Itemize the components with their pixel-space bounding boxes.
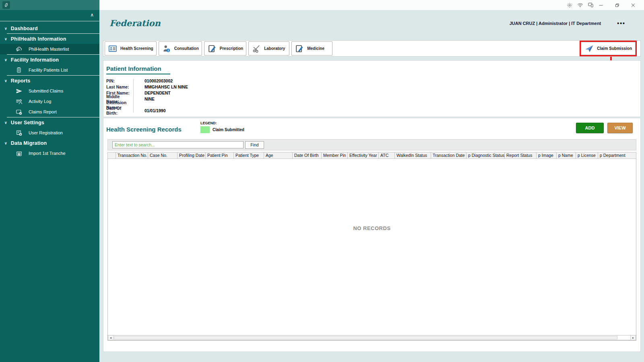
column-header-date-of-birth[interactable]: Date Of Birth [293, 152, 322, 159]
card-plus-icon [15, 129, 23, 136]
sidebar-item-label: Facility Patients List [29, 68, 68, 72]
id-card-icon [108, 44, 118, 53]
tab-consultation[interactable]: Consultation [159, 41, 202, 56]
field-value: 01/01/1990 [133, 108, 166, 113]
claim-submission-highlight-box: Claim Submission [580, 41, 637, 56]
tab-label: Medicine [307, 46, 324, 51]
add-button[interactable]: ADD [576, 123, 604, 133]
sidebar-item-label: Claims Report [29, 109, 57, 114]
tab-label: Prescription [220, 46, 243, 51]
patient-information-panel: Patient Information PIN:010002003002Last… [103, 60, 641, 117]
sidebar-section-user-settings[interactable]: ∨User Settings [0, 117, 99, 128]
view-button[interactable]: VIEW [607, 123, 633, 133]
overflow-menu-button[interactable]: ••• [617, 20, 625, 27]
minimize-button[interactable] [596, 0, 606, 10]
card-check-icon [15, 108, 23, 115]
scrollbar-thumb[interactable] [114, 336, 617, 339]
sidebar-section-dashboard[interactable]: ∨Dashboard [0, 23, 99, 33]
scroll-right-arrow-icon[interactable]: ▸ [630, 335, 636, 340]
field-value: DEPENDENT [133, 90, 171, 95]
column-header-p-name[interactable]: p Name [557, 152, 576, 159]
tab-health-screening[interactable]: Health Screening [105, 41, 157, 56]
sidebar-item-submitted-claims[interactable]: Submitted Claims [0, 86, 99, 96]
settings-icon [567, 2, 572, 8]
window-titlebar [99, 0, 644, 10]
module-tabs: Health ScreeningConsultationPrescription… [105, 41, 334, 56]
field-value: MMGHAHSC LN NINE [133, 84, 188, 89]
patient-fields: PIN:010002003002Last Name:MMGHAHSC LN NI… [106, 78, 640, 114]
claim-submission-label: Claim Submission [597, 46, 632, 51]
sidebar-item-user-registration[interactable]: User Registration [0, 128, 99, 138]
legend-label: LEGEND: [200, 121, 244, 125]
column-header-profiling-date[interactable]: Profiling Date [178, 152, 206, 159]
paper-plane-icon [584, 44, 594, 53]
wifi-icon [577, 2, 583, 8]
column-header-patient-type[interactable]: Patient Type [234, 152, 264, 159]
horizontal-scrollbar: ◂ ▸ [108, 335, 636, 340]
find-button[interactable]: Find [245, 141, 264, 149]
column-header-effectivity-year[interactable]: Effectivity Year [348, 152, 379, 159]
sidebar-item-label: Submitted Claims [29, 88, 63, 93]
column-header-p-image[interactable]: p Image [537, 152, 557, 159]
devices-button[interactable] [585, 0, 596, 10]
column-header-case-no[interactable]: Case No. [148, 152, 178, 159]
chevron-down-icon: ∨ [4, 121, 7, 125]
column-header-member-pin[interactable]: Member Pin [322, 152, 348, 159]
column-header-empty[interactable] [108, 152, 116, 159]
tab-laboratory[interactable]: Laboratory [248, 41, 289, 56]
sidebar-item-claims-report[interactable]: Claims Report [0, 107, 99, 117]
scissors-icon [252, 44, 261, 53]
patient-field-middle-name: Middle Name:NINE [106, 96, 640, 102]
sidebar-section-reports[interactable]: ∨Reports [0, 76, 99, 86]
sidebar-nav: ∨Dashboard∨PhilHealth InformationPhilHea… [0, 21, 99, 158]
restore-icon [614, 2, 620, 8]
tab-medicine[interactable]: Medicine [291, 41, 332, 56]
sidebar-item-philhealth-masterlist[interactable]: PhilHealth Masterlist [0, 44, 99, 54]
settings-button[interactable] [564, 0, 575, 10]
sidebar-item-facility-patients-list[interactable]: Facility Patients List [0, 65, 99, 75]
sidebar-collapse-row: ∧ [0, 10, 99, 21]
column-header-walkedin-status[interactable]: WalkedIn Status [395, 152, 431, 159]
wifi-button[interactable] [575, 0, 585, 10]
column-header-transaction-no[interactable]: Transaction No. [116, 152, 148, 159]
claim-submitted-color-swatch [200, 126, 210, 133]
sidebar-item-import-1st-tranche[interactable]: Import 1st Tranche [0, 148, 99, 158]
sidebar-top-strip [0, 0, 99, 10]
close-icon [630, 2, 636, 8]
field-value: 010002003002 [133, 78, 173, 83]
chevron-down-icon: ∨ [4, 37, 7, 41]
app-logo [2, 1, 10, 9]
scrollbar-track[interactable] [114, 335, 630, 340]
column-header-transaction-date[interactable]: Transaction Date [431, 152, 466, 159]
table-body: NO RECORDS ◂ ▸ [107, 159, 636, 341]
tab-prescription[interactable]: Prescription [204, 41, 246, 56]
field-label: PIN: [106, 78, 133, 83]
close-button[interactable] [628, 0, 638, 10]
column-header-atc[interactable]: ATC [379, 152, 395, 159]
claim-submission-button[interactable]: Claim Submission [581, 42, 636, 55]
column-header-p-license[interactable]: p License [576, 152, 598, 159]
search-bar: Find [107, 139, 636, 150]
sidebar-section-philhealth-information[interactable]: ∨PhilHealth Information [0, 34, 99, 44]
collapse-sidebar-icon[interactable]: ∧ [90, 12, 94, 18]
column-header-age[interactable]: Age [264, 152, 293, 159]
column-header-p-diagnostic-status[interactable]: p Diagnostic Status [466, 152, 505, 159]
patient-field-extension-name: Extension Name: [106, 102, 640, 108]
column-header-p-department[interactable]: p Department [598, 152, 636, 159]
sidebar-item-activity-log[interactable]: Activity Log [0, 96, 99, 107]
no-records-message: NO RECORDS [108, 225, 636, 231]
scroll-left-arrow-icon[interactable]: ◂ [108, 335, 114, 340]
sidebar: ∧ ∨Dashboard∨PhilHealth InformationPhilH… [0, 0, 99, 362]
legend-item-label: Claim Submitted [213, 128, 244, 132]
column-header-patient-pin[interactable]: Patient Pin [206, 152, 234, 159]
section-label: Dashboard [11, 26, 38, 31]
sidebar-section-facility-information[interactable]: ∨Facility Information [0, 55, 99, 65]
column-header-report-status[interactable]: Report Status [505, 152, 537, 159]
chevron-down-icon: ∨ [4, 141, 7, 145]
section-label: Reports [11, 78, 31, 84]
search-input[interactable] [112, 141, 244, 148]
cloud-search-icon [15, 45, 23, 53]
field-label: Last Name: [106, 84, 133, 89]
sidebar-section-data-migration[interactable]: ∨Data Migration [0, 138, 99, 148]
restore-button[interactable] [612, 0, 622, 10]
